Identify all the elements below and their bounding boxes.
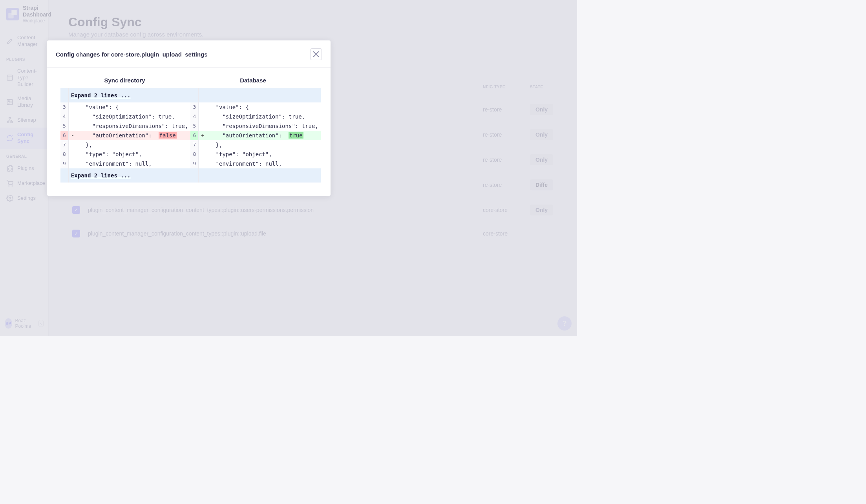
line-number: 9: [60, 159, 68, 168]
line-number: 8: [60, 150, 68, 159]
diff-line: },: [77, 140, 190, 150]
line-number: 4: [60, 112, 68, 121]
expand-top-link[interactable]: Expand 2 lines ...: [71, 90, 131, 101]
line-number: 5: [60, 121, 68, 131]
diff-line: "environment": null,: [207, 159, 321, 168]
diff-line: "type": "object",: [77, 150, 190, 159]
line-number: 9: [190, 159, 198, 168]
line-number: 6: [190, 131, 198, 140]
diff-modal: Config changes for core-store.plugin_upl…: [47, 40, 331, 196]
modal-title: Config changes for core-store.plugin_upl…: [56, 51, 208, 58]
diff-right-header: Database: [189, 77, 317, 84]
diff-line: "responsiveDimensions": true,: [207, 121, 321, 131]
line-number: 6: [60, 131, 68, 140]
diff-line: },: [207, 140, 321, 150]
diff-line: "value": {: [77, 102, 190, 112]
diff-line: "sizeOptimization": true,: [207, 112, 321, 121]
line-number: 3: [60, 102, 68, 112]
diff-line: "sizeOptimization": true,: [77, 112, 190, 121]
line-number: 3: [190, 102, 198, 112]
diff-line-added: "autoOrientation": true: [207, 131, 321, 140]
line-number: 7: [190, 140, 198, 150]
diff-line: "type": "object",: [207, 150, 321, 159]
diff-left-header: Sync directory: [60, 77, 189, 84]
diff-line: "value": {: [207, 102, 321, 112]
diff-line: "responsiveDimensions": true,: [77, 121, 190, 131]
expand-bottom-link[interactable]: Expand 2 lines ...: [71, 170, 131, 181]
diff-line: "environment": null,: [77, 159, 190, 168]
diff-line-deleted: "autoOrientation": false: [77, 131, 190, 140]
line-number: 5: [190, 121, 198, 131]
line-number: 8: [190, 150, 198, 159]
line-number: 4: [190, 112, 198, 121]
line-number: 7: [60, 140, 68, 150]
close-button[interactable]: [310, 48, 322, 60]
diff-table: Expand 2 lines ... 3 "value": { 3 "value…: [60, 88, 321, 183]
